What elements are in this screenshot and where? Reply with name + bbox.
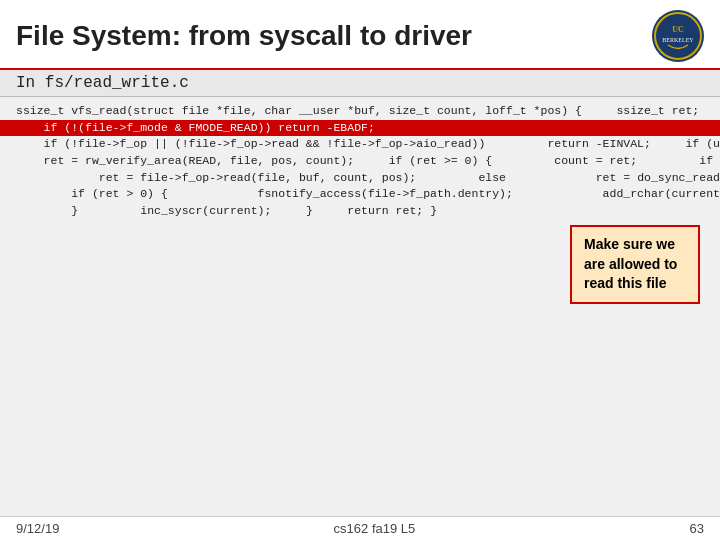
header: File System: from syscall to driver UC B… <box>0 0 720 70</box>
code-line-8: if (ret >= 0) { <box>361 154 492 167</box>
code-line-19: } <box>278 204 313 217</box>
code-line-20: return ret; <box>320 204 424 217</box>
code-line-2: ssize_t ret; <box>589 104 699 117</box>
svg-point-0 <box>655 13 701 59</box>
logo: UC BERKELEY <box>652 10 704 62</box>
code-line-11: ret = file->f_op->read(file, buf, count,… <box>16 171 416 184</box>
svg-text:BERKELEY: BERKELEY <box>662 37 694 43</box>
code-line-9: count = ret; <box>499 154 637 167</box>
slide-title: File System: from syscall to driver <box>16 20 472 52</box>
code-line-10: if (file->f_op->read) <box>644 154 720 167</box>
tooltip-line2: are allowed to <box>584 256 677 272</box>
code-line-15: fsnotify_access(file->f_path.dentry); <box>175 187 513 200</box>
code-line-13: ret = do_sync_read(file, buf, count, pos… <box>513 171 720 184</box>
code-line-17: } <box>16 204 78 217</box>
code-line-3: if (!(file->f_mode & FMODE_READ)) return… <box>0 120 720 137</box>
code-line-4: if (!file->f_op || (!file->f_op->read &&… <box>16 137 485 150</box>
code-area: ssize_t vfs_read(struct file *file, char… <box>0 97 720 527</box>
subtitle: In fs/read_write.c <box>0 70 720 97</box>
tooltip-line3: read this file <box>584 275 666 291</box>
tooltip-line1: Make sure we <box>584 236 675 252</box>
slide-container: File System: from syscall to driver UC B… <box>0 0 720 540</box>
code-line-1: { <box>575 104 582 117</box>
tooltip-box: Make sure we are allowed to read this fi… <box>570 225 700 304</box>
footer-date: 9/12/19 <box>16 521 59 536</box>
code-line-0: ssize_t vfs_read(struct file *file, char… <box>16 104 568 117</box>
svg-text:UC: UC <box>672 25 684 34</box>
footer-course: cs162 fa19 L5 <box>334 521 416 536</box>
code-line-7: ret = rw_verify_area(READ, file, pos, co… <box>16 154 354 167</box>
footer: 9/12/19 cs162 fa19 L5 63 <box>0 516 720 540</box>
code-line-16: add_rchar(current, ret); <box>520 187 720 200</box>
code-line-5: return -EINVAL; <box>492 137 651 150</box>
code-lines: ssize_t vfs_read(struct file *file, char… <box>16 103 704 220</box>
code-line-6: if (unlikely(!access_ok(VERIFY_WRITE, bu… <box>658 137 720 150</box>
code-line-21: } <box>430 204 437 217</box>
subtitle-text: In fs/read_write.c <box>16 74 189 92</box>
code-line-14: if (ret > 0) { <box>16 187 168 200</box>
code-line-12: else <box>423 171 506 184</box>
logo-icon: UC BERKELEY <box>654 12 702 60</box>
code-line-18: inc_syscr(current); <box>85 204 271 217</box>
footer-slide-number: 63 <box>690 521 704 536</box>
